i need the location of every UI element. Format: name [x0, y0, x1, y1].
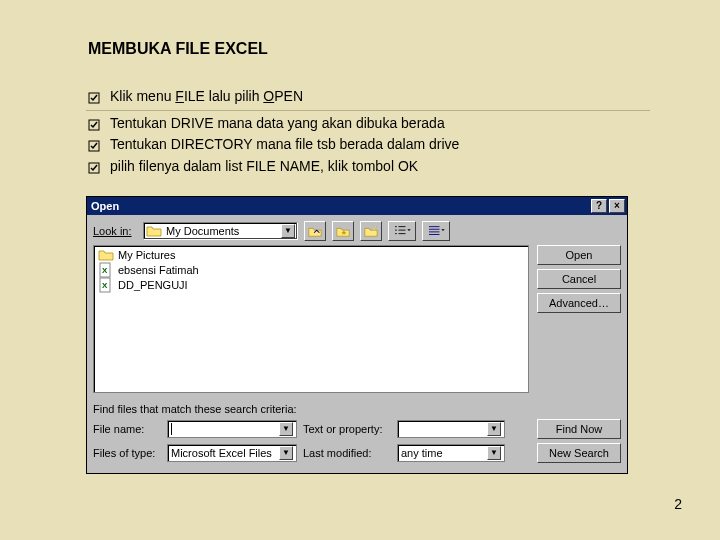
bullet-text: Tentukan DRIVE mana data yang akan dibuk…: [110, 113, 650, 135]
filetype-label: Files of type:: [93, 447, 161, 459]
textprop-label: Text or property:: [303, 423, 391, 435]
file-name: My Pictures: [118, 249, 175, 261]
divider: [86, 110, 650, 111]
list-item[interactable]: X ebsensi Fatimah: [98, 263, 524, 278]
favorites-button[interactable]: [332, 221, 354, 241]
bullet-text: pilih filenya dalam list FILE NAME, klik…: [110, 156, 650, 178]
list-item[interactable]: X DD_PENGUJI: [98, 278, 524, 293]
lastmod-combo[interactable]: any time ▼: [397, 444, 505, 462]
help-button[interactable]: ?: [591, 199, 607, 213]
text-cursor-icon: [171, 423, 172, 435]
checkbox-bullet-icon: [88, 137, 100, 151]
bullet-text: Klik menu FILE lalu pilih OPEN: [110, 86, 650, 108]
page-number: 2: [674, 496, 682, 512]
up-one-level-button[interactable]: [304, 221, 326, 241]
chevron-down-icon[interactable]: ▼: [279, 422, 293, 436]
bullet-text: Tentukan DIRECTORY mana file tsb berada …: [110, 134, 650, 156]
bullet-list: Klik menu FILE lalu pilih OPEN Tentukan …: [88, 86, 650, 178]
look-in-combo[interactable]: My Documents ▼: [143, 222, 298, 240]
details-view-button[interactable]: [422, 221, 450, 241]
file-name: DD_PENGUJI: [118, 279, 188, 291]
checkbox-bullet-icon: [88, 89, 100, 103]
file-list[interactable]: My Pictures X ebsensi Fatimah X DD_PENGU…: [93, 245, 529, 393]
bullet-item: pilih filenya dalam list FILE NAME, klik…: [88, 156, 650, 178]
look-in-value: My Documents: [166, 225, 239, 237]
criteria-label: Find files that match these search crite…: [93, 403, 621, 415]
svg-text:X: X: [102, 266, 108, 275]
list-item[interactable]: My Pictures: [98, 248, 524, 263]
file-name: ebsensi Fatimah: [118, 264, 199, 276]
textprop-input[interactable]: ▼: [397, 420, 505, 438]
dialog-title-text: Open: [91, 200, 119, 212]
slide-title: MEMBUKA FILE EXCEL: [88, 40, 650, 58]
advanced-button[interactable]: Advanced…: [537, 293, 621, 313]
svg-text:X: X: [102, 281, 108, 290]
chevron-down-icon[interactable]: ▼: [281, 224, 295, 238]
folder-icon: [98, 247, 114, 263]
chevron-down-icon[interactable]: ▼: [279, 446, 293, 460]
excel-file-icon: X: [98, 262, 114, 278]
lastmod-label: Last modified:: [303, 447, 391, 459]
checkbox-bullet-icon: [88, 116, 100, 130]
filename-input[interactable]: ▼: [167, 420, 297, 438]
new-search-button[interactable]: New Search: [537, 443, 621, 463]
cancel-button[interactable]: Cancel: [537, 269, 621, 289]
checkbox-bullet-icon: [88, 159, 100, 173]
new-folder-button[interactable]: [360, 221, 382, 241]
dialog-titlebar: Open ? ×: [87, 197, 627, 215]
close-button[interactable]: ×: [609, 199, 625, 213]
look-in-label: Look in:: [93, 225, 137, 237]
open-dialog: Open ? × Look in: My Documents ▼: [86, 196, 628, 474]
bullet-item: Tentukan DIRECTORY mana file tsb berada …: [88, 134, 650, 156]
bullet-item: Tentukan DRIVE mana data yang akan dibuk…: [88, 113, 650, 135]
chevron-down-icon[interactable]: ▼: [487, 422, 501, 436]
find-now-button[interactable]: Find Now: [537, 419, 621, 439]
bullet-item: Klik menu FILE lalu pilih OPEN: [88, 86, 650, 108]
list-view-button[interactable]: [388, 221, 416, 241]
chevron-down-icon[interactable]: ▼: [487, 446, 501, 460]
filetype-value: Microsoft Excel Files: [171, 447, 272, 459]
filename-label: File name:: [93, 423, 161, 435]
lastmod-value: any time: [401, 447, 443, 459]
excel-file-icon: X: [98, 277, 114, 293]
open-button[interactable]: Open: [537, 245, 621, 265]
filetype-combo[interactable]: Microsoft Excel Files ▼: [167, 444, 297, 462]
folder-icon: [146, 223, 162, 239]
